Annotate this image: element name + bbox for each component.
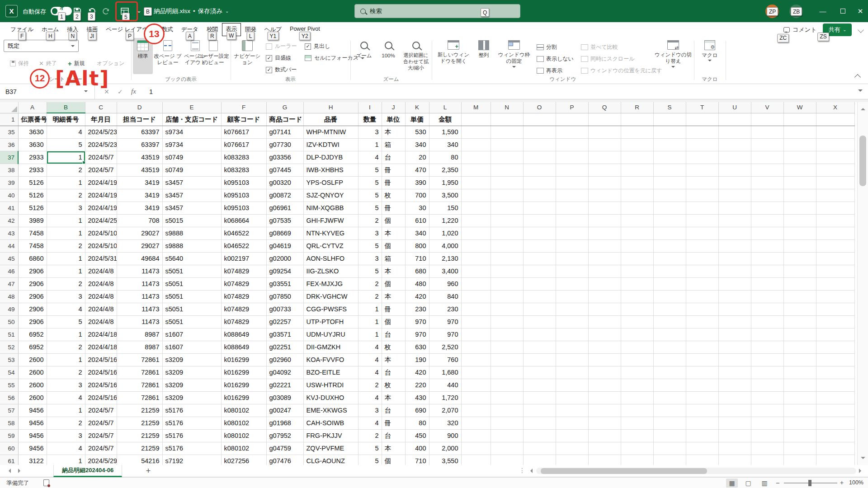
- empty-cell[interactable]: [816, 176, 854, 189]
- cell-D47[interactable]: 11473: [117, 277, 162, 290]
- cell-L58[interactable]: 320: [429, 417, 461, 429]
- cell-A45[interactable]: 6860: [18, 252, 47, 265]
- row-header-58[interactable]: 58: [0, 417, 18, 429]
- row-header-52[interactable]: 52: [0, 341, 18, 353]
- cell-L48[interactable]: 840: [429, 290, 461, 303]
- cell-H1[interactable]: 品番: [303, 113, 358, 126]
- empty-cell[interactable]: [718, 328, 751, 341]
- cell-J44[interactable]: 個: [382, 239, 405, 252]
- empty-cell[interactable]: [816, 189, 854, 202]
- empty-cell[interactable]: [461, 138, 491, 151]
- empty-cell[interactable]: [686, 353, 718, 366]
- cell-A48[interactable]: 2906: [18, 290, 47, 303]
- cell-J43[interactable]: 本: [382, 227, 405, 239]
- cell-F60[interactable]: k080102: [221, 442, 266, 455]
- empty-cell[interactable]: [491, 417, 523, 429]
- cell-K41[interactable]: 30: [405, 202, 429, 214]
- cell-E43[interactable]: s9888: [162, 227, 221, 239]
- empty-cell[interactable]: [523, 315, 556, 328]
- cell-J49[interactable]: 冊: [382, 303, 405, 315]
- empty-cell[interactable]: [751, 239, 783, 252]
- empty-cell[interactable]: [718, 151, 751, 164]
- cell-G51[interactable]: g03571: [266, 328, 303, 341]
- empty-cell[interactable]: [556, 328, 588, 341]
- empty-cell[interactable]: [491, 126, 523, 138]
- cell-D39[interactable]: 3419: [117, 176, 162, 189]
- empty-cell[interactable]: [653, 315, 686, 328]
- empty-cell[interactable]: [816, 202, 854, 214]
- tab-insert[interactable]: 挿入N: [63, 23, 82, 36]
- empty-cell[interactable]: [556, 429, 588, 442]
- cell-A51[interactable]: 6952: [18, 328, 47, 341]
- empty-cell[interactable]: [816, 113, 854, 126]
- column-header-K[interactable]: K: [405, 102, 429, 113]
- row-header-36[interactable]: 36: [0, 138, 18, 151]
- empty-cell[interactable]: [653, 290, 686, 303]
- row-header-39[interactable]: 39: [0, 176, 18, 189]
- empty-cell[interactable]: [523, 328, 556, 341]
- empty-cell[interactable]: [816, 429, 854, 442]
- cell-D60[interactable]: 21259: [117, 442, 162, 455]
- empty-cell[interactable]: [588, 126, 621, 138]
- column-header-L[interactable]: L: [429, 102, 461, 113]
- row-header-49[interactable]: 49: [0, 303, 18, 315]
- file-name[interactable]: 納品明細.xlsx • 保存済み ⌄: [154, 0, 229, 22]
- cell-I42[interactable]: 2: [358, 214, 382, 227]
- empty-cell[interactable]: [556, 113, 588, 126]
- empty-cell[interactable]: [718, 417, 751, 429]
- cell-C60[interactable]: 2024/5/7: [85, 442, 117, 455]
- cell-J40[interactable]: 枚: [382, 189, 405, 202]
- cell-H53[interactable]: KOA-FVVFO: [303, 353, 358, 366]
- cell-B35[interactable]: 4: [47, 126, 85, 138]
- row-header-41[interactable]: 41: [0, 202, 18, 214]
- cell-F38[interactable]: k083283: [221, 164, 266, 176]
- cell-E45[interactable]: s5640: [162, 252, 221, 265]
- empty-cell[interactable]: [491, 366, 523, 379]
- hide-button[interactable]: 表示しない: [537, 53, 574, 64]
- formula-bar-checkbox[interactable]: 数式バー: [266, 66, 297, 74]
- empty-cell[interactable]: [718, 379, 751, 391]
- tab-home[interactable]: ホームH: [38, 23, 63, 36]
- empty-cell[interactable]: [556, 341, 588, 353]
- cell-H40[interactable]: SJZ-QNYOY: [303, 189, 358, 202]
- cell-D53[interactable]: 72861: [117, 353, 162, 366]
- cell-B45[interactable]: 1: [47, 252, 85, 265]
- cell-A40[interactable]: 5126: [18, 189, 47, 202]
- vertical-scrollbar-thumb[interactable]: [859, 136, 866, 186]
- cell-K61[interactable]: 710: [405, 455, 429, 465]
- cell-B48[interactable]: 3: [47, 290, 85, 303]
- empty-cell[interactable]: [523, 455, 556, 465]
- cell-E59[interactable]: s5176: [162, 429, 221, 442]
- empty-cell[interactable]: [783, 252, 816, 265]
- cell-D40[interactable]: 3419: [117, 189, 162, 202]
- empty-cell[interactable]: [461, 404, 491, 417]
- cell-K59[interactable]: 450: [405, 429, 429, 442]
- empty-cell[interactable]: [461, 214, 491, 227]
- cell-L46[interactable]: 3,400: [429, 265, 461, 277]
- empty-cell[interactable]: [751, 315, 783, 328]
- empty-cell[interactable]: [556, 303, 588, 315]
- empty-cell[interactable]: [621, 265, 653, 277]
- cell-C42[interactable]: 2024/4/25: [85, 214, 117, 227]
- cell-I59[interactable]: 2: [358, 429, 382, 442]
- cell-I55[interactable]: 2: [358, 379, 382, 391]
- cell-F42[interactable]: k068664: [221, 214, 266, 227]
- redo-button[interactable]: [100, 5, 112, 17]
- scroll-right-icon[interactable]: [859, 469, 863, 473]
- cell-D45[interactable]: 49684: [117, 252, 162, 265]
- cell-B1[interactable]: 明細番号: [47, 113, 85, 126]
- column-header-X[interactable]: X: [816, 102, 854, 113]
- empty-cell[interactable]: [653, 214, 686, 227]
- cell-E58[interactable]: s5176: [162, 417, 221, 429]
- cell-F54[interactable]: k016299: [221, 366, 266, 379]
- empty-cell[interactable]: [816, 164, 854, 176]
- cell-C1[interactable]: 年月日: [85, 113, 117, 126]
- empty-cell[interactable]: [491, 442, 523, 455]
- cell-L57[interactable]: 2,070: [429, 404, 461, 417]
- cell-K40[interactable]: 700: [405, 189, 429, 202]
- empty-cell[interactable]: [556, 290, 588, 303]
- empty-cell[interactable]: [783, 315, 816, 328]
- cell-I56[interactable]: 4: [358, 391, 382, 404]
- cell-K1[interactable]: 単価: [405, 113, 429, 126]
- empty-cell[interactable]: [491, 379, 523, 391]
